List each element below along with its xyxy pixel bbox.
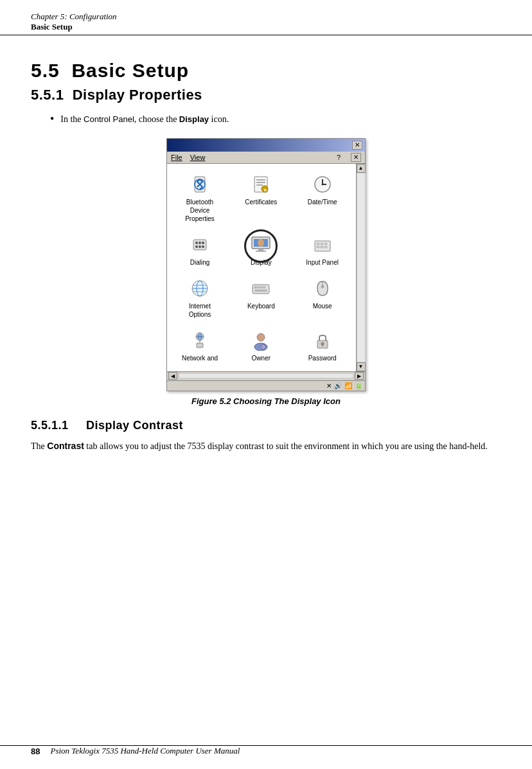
cp-item-owner[interactable]: Owner xyxy=(232,325,290,366)
cp-body-wrapper: Bluetooth Device Properties ★ xyxy=(167,164,365,371)
cp-label-network: Network and xyxy=(182,354,218,362)
cp-hscrollbar: ◀ ▶ xyxy=(167,371,365,380)
svg-rect-29 xyxy=(321,246,323,248)
section-label: Basic Setup xyxy=(31,22,501,32)
svg-point-52 xyxy=(261,344,266,349)
cp-scroll-up[interactable]: ▲ xyxy=(357,164,366,173)
dialing-icon xyxy=(188,233,211,256)
cp-scrollbar: ▲ ▼ xyxy=(356,164,365,371)
svg-rect-40 xyxy=(263,287,265,288)
svg-rect-12 xyxy=(193,240,206,250)
svg-point-16 xyxy=(195,245,198,248)
svg-point-43 xyxy=(321,285,324,288)
datetime-icon xyxy=(311,173,334,196)
cp-hscroll-track[interactable] xyxy=(179,373,353,378)
cp-item-network[interactable]: Network and xyxy=(171,325,229,366)
svg-point-15 xyxy=(202,242,204,244)
bluetooth-icon xyxy=(188,173,211,196)
cp-menubar: File View ? ✕ xyxy=(167,152,365,164)
svg-rect-39 xyxy=(260,287,262,288)
control-panel-ref: Control Panel xyxy=(84,114,134,124)
svg-rect-30 xyxy=(324,246,327,248)
cp-label-keyboard: Keyboard xyxy=(247,302,275,310)
cp-hscroll-left[interactable]: ◀ xyxy=(168,372,177,380)
svg-rect-48 xyxy=(197,343,203,348)
owner-icon xyxy=(249,329,272,352)
page-footer: 88 Psion Teklogix 7535 Hand-Held Compute… xyxy=(0,745,532,756)
svg-point-13 xyxy=(195,242,198,244)
display-icon xyxy=(249,233,272,256)
cp-item-dialing[interactable]: Dialing xyxy=(171,229,229,270)
cp-item-bluetooth[interactable]: Bluetooth Device Properties xyxy=(171,169,229,227)
svg-rect-4 xyxy=(256,182,265,183)
heading-5511: 5.5.1.1 Display Contrast xyxy=(31,419,501,432)
cp-item-keyboard[interactable]: Keyboard xyxy=(232,273,290,323)
footer-page-number: 88 xyxy=(31,747,40,756)
svg-point-17 xyxy=(199,245,201,248)
inputpanel-icon xyxy=(311,233,334,256)
mouse-icon xyxy=(311,277,334,300)
cp-label-display: Display xyxy=(251,258,272,267)
cp-status-signal: 📶 xyxy=(344,382,352,389)
cp-label-bluetooth: Bluetooth Device Properties xyxy=(185,198,215,223)
svg-point-11 xyxy=(321,183,323,185)
bullet-item: • In the Control Panel, choose the Displ… xyxy=(50,112,501,127)
cp-scroll-track[interactable] xyxy=(357,173,366,362)
control-panel-window: ✕ File View ? ✕ xyxy=(166,138,366,391)
cp-label-owner: Owner xyxy=(252,354,270,362)
cp-label-certificates: Certificates xyxy=(245,198,277,206)
cp-status-battery: 🔋 xyxy=(355,382,362,389)
cp-status-speaker: 🔊 xyxy=(334,382,342,389)
page-header: Chapter 5: Configuration Basic Setup xyxy=(0,0,532,35)
svg-point-23 xyxy=(258,239,264,247)
network-icon xyxy=(188,329,211,352)
svg-rect-27 xyxy=(324,243,327,245)
contrast-ref: Contrast xyxy=(47,441,84,451)
cp-item-display[interactable]: Display xyxy=(232,229,290,270)
svg-point-50 xyxy=(257,333,265,341)
svg-rect-28 xyxy=(317,246,319,248)
chapter-label: Chapter 5: Configuration xyxy=(31,12,501,22)
cp-window-close[interactable]: ✕ xyxy=(351,153,361,162)
cp-label-internetoptions: Internet Options xyxy=(189,302,211,319)
page-content: 5.5 Basic Setup 5.5.1 Display Properties… xyxy=(0,37,532,487)
cp-item-certificates[interactable]: ★ Certificates xyxy=(232,169,290,227)
svg-rect-38 xyxy=(258,287,260,288)
cp-item-internetoptions[interactable]: Internet Options xyxy=(171,273,229,323)
svg-rect-21 xyxy=(258,249,263,251)
heading-551: 5.5.1 Display Properties xyxy=(31,87,501,103)
certificates-icon: ★ xyxy=(249,173,272,196)
svg-point-14 xyxy=(199,242,201,244)
cp-item-inputpanel[interactable]: Input Panel xyxy=(294,229,351,270)
cp-label-dialing: Dialing xyxy=(190,258,210,267)
cp-menu-help[interactable]: ? xyxy=(337,154,341,161)
bullet-dot: • xyxy=(50,112,54,127)
svg-rect-36 xyxy=(253,285,269,294)
cp-label-mouse: Mouse xyxy=(313,302,332,310)
cp-menu-view[interactable]: View xyxy=(190,154,206,161)
cp-menu-file[interactable]: File xyxy=(171,154,182,161)
svg-rect-55 xyxy=(322,344,323,346)
cp-close-button[interactable]: ✕ xyxy=(352,141,362,150)
cp-item-datetime[interactable]: Date/Time xyxy=(294,169,351,227)
cp-item-mouse[interactable]: Mouse xyxy=(294,273,351,323)
svg-rect-41 xyxy=(255,290,267,292)
svg-rect-5 xyxy=(256,184,263,186)
cp-scroll-down[interactable]: ▼ xyxy=(357,362,366,371)
cp-statusbar: ✕ 🔊 📶 🔋 xyxy=(167,380,365,391)
svg-rect-3 xyxy=(256,179,265,181)
bullet-text: In the Control Panel, choose the Display… xyxy=(60,112,229,126)
cp-item-password[interactable]: Password xyxy=(294,325,351,366)
internetoptions-icon xyxy=(188,277,211,300)
keyboard-icon xyxy=(249,277,272,300)
figure-caption: Figure 5.2 Choosing The Display Icon xyxy=(191,396,341,406)
svg-point-18 xyxy=(202,245,204,248)
display-ref: Display xyxy=(179,114,209,124)
cp-label-password: Password xyxy=(308,354,337,362)
svg-rect-25 xyxy=(317,243,319,245)
figure-container: ✕ File View ? ✕ xyxy=(31,138,501,406)
svg-rect-22 xyxy=(256,251,266,252)
cp-label-inputpanel: Input Panel xyxy=(306,258,339,267)
svg-rect-26 xyxy=(321,243,323,245)
cp-hscroll-right[interactable]: ▶ xyxy=(355,372,364,380)
